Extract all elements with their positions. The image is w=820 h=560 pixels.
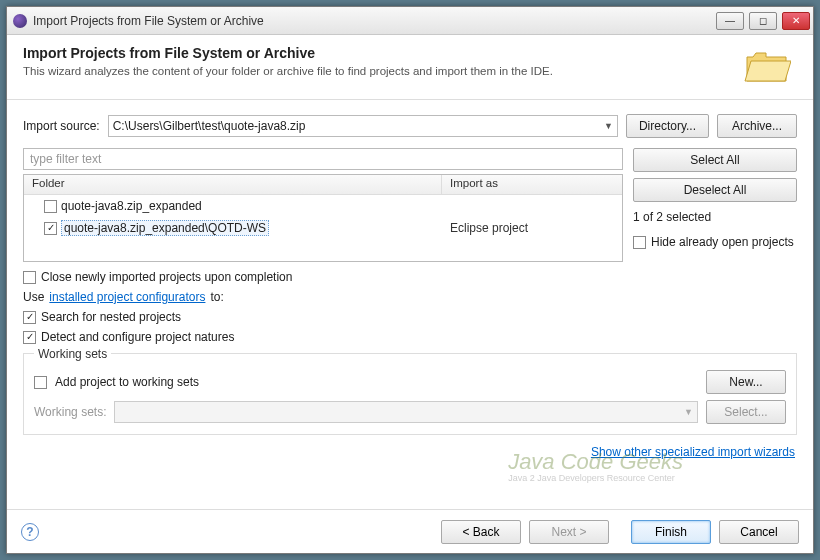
search-nested-checkbox[interactable] [23, 311, 36, 324]
search-nested-label: Search for nested projects [41, 310, 181, 324]
wizard-header: Import Projects from File System or Arch… [7, 35, 813, 100]
detect-natures-checkbox[interactable] [23, 331, 36, 344]
selection-count: 1 of 2 selected [633, 208, 797, 226]
working-sets-label: Working sets: [34, 405, 106, 419]
window-title: Import Projects from File System or Arch… [33, 14, 714, 28]
page-description: This wizard analyzes the content of your… [23, 65, 743, 77]
working-sets-group: Working sets Add project to working sets… [23, 353, 797, 435]
select-all-button[interactable]: Select All [633, 148, 797, 172]
hide-open-checkbox[interactable] [633, 236, 646, 249]
row-import-as: Eclipse project [442, 221, 622, 235]
close-on-complete-label: Close newly imported projects upon compl… [41, 270, 292, 284]
import-source-combo[interactable]: C:\Users\Gilbert\test\quote-java8.zip ▼ [108, 115, 618, 137]
close-on-complete-checkbox[interactable] [23, 271, 36, 284]
use-configurators-suffix: to: [210, 290, 223, 304]
folder-open-icon [743, 47, 791, 87]
table-row[interactable]: quote-java8.zip_expanded [24, 195, 622, 217]
detect-natures-label: Detect and configure project natures [41, 330, 234, 344]
row-checkbox[interactable] [44, 200, 57, 213]
hide-open-label: Hide already open projects [651, 235, 794, 249]
use-configurators-prefix: Use [23, 290, 44, 304]
chevron-down-icon: ▼ [604, 121, 613, 131]
back-button[interactable]: < Back [441, 520, 521, 544]
watermark: Java Code Geeks Java 2 Java Developers R… [508, 449, 683, 483]
minimize-button[interactable]: — [716, 12, 744, 30]
titlebar[interactable]: Import Projects from File System or Arch… [7, 7, 813, 35]
column-import-as[interactable]: Import as [442, 175, 622, 194]
wizard-footer: ? < Back Next > Finish Cancel [7, 509, 813, 553]
projects-table: Folder Import as quote-java8.zip_expande… [23, 174, 623, 262]
installed-configurators-link[interactable]: installed project configurators [49, 290, 205, 304]
add-to-working-sets-checkbox[interactable] [34, 376, 47, 389]
table-row[interactable]: quote-java8.zip_expanded\QOTD-WS Eclipse… [24, 217, 622, 239]
page-title: Import Projects from File System or Arch… [23, 45, 743, 61]
dialog-window: Import Projects from File System or Arch… [6, 6, 814, 554]
archive-button[interactable]: Archive... [717, 114, 797, 138]
next-button: Next > [529, 520, 609, 544]
close-button[interactable]: ✕ [782, 12, 810, 30]
directory-button[interactable]: Directory... [626, 114, 709, 138]
chevron-down-icon: ▼ [684, 407, 693, 417]
cancel-button[interactable]: Cancel [719, 520, 799, 544]
app-icon [13, 14, 27, 28]
maximize-button[interactable]: ◻ [749, 12, 777, 30]
row-folder: quote-java8.zip_expanded [61, 199, 202, 213]
deselect-all-button[interactable]: Deselect All [633, 178, 797, 202]
row-checkbox[interactable] [44, 222, 57, 235]
working-sets-legend: Working sets [34, 347, 111, 361]
import-source-value: C:\Users\Gilbert\test\quote-java8.zip [113, 119, 604, 133]
help-icon[interactable]: ? [21, 523, 39, 541]
column-folder[interactable]: Folder [24, 175, 442, 194]
add-to-working-sets-label: Add project to working sets [55, 375, 698, 389]
row-folder: quote-java8.zip_expanded\QOTD-WS [61, 220, 269, 236]
select-working-set-button: Select... [706, 400, 786, 424]
import-source-label: Import source: [23, 119, 100, 133]
new-working-set-button[interactable]: New... [706, 370, 786, 394]
working-sets-combo: ▼ [114, 401, 698, 423]
filter-input[interactable]: type filter text [23, 148, 623, 170]
finish-button[interactable]: Finish [631, 520, 711, 544]
